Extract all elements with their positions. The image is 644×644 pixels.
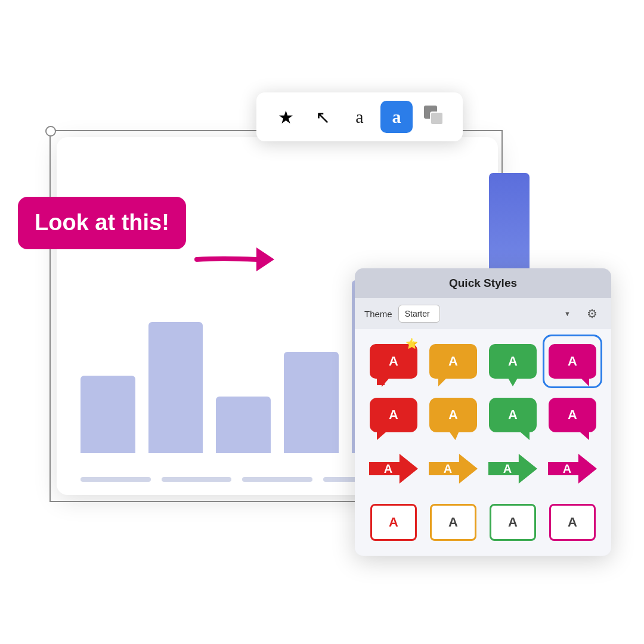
style-item-2-1[interactable]: A bbox=[367, 391, 420, 439]
style-row-4: A A A A bbox=[364, 499, 602, 546]
scroll-dot-2 bbox=[162, 477, 232, 482]
style-item-4-4[interactable]: A bbox=[546, 499, 599, 546]
toolbar-star-button[interactable]: ★ bbox=[270, 101, 302, 133]
style-item-3-2[interactable]: A bbox=[426, 445, 480, 493]
scroll-dot-3 bbox=[242, 477, 312, 482]
callout-box: Look at this! bbox=[18, 197, 186, 249]
quick-styles-panel: Quick Styles Theme Starter Default Moder… bbox=[355, 268, 611, 556]
handle-top-left[interactable] bbox=[45, 126, 56, 137]
theme-select-wrap[interactable]: Starter Default Modern bbox=[398, 305, 577, 323]
style-item-4-1[interactable]: A bbox=[367, 499, 420, 546]
style-item-1-1[interactable]: A ⭐ bbox=[367, 338, 420, 385]
style-item-2-3[interactable]: A bbox=[486, 391, 540, 439]
svg-rect-1 bbox=[431, 112, 443, 125]
style-item-1-2[interactable]: A bbox=[426, 338, 480, 385]
style-item-3-3[interactable]: A bbox=[486, 445, 540, 493]
text-icon: a bbox=[355, 107, 363, 127]
style-item-4-2[interactable]: A bbox=[426, 499, 480, 546]
style-item-2-4[interactable]: A bbox=[546, 391, 599, 439]
style-row-3: A A A A bbox=[364, 445, 602, 493]
arrow-icon: ↖ bbox=[315, 107, 330, 128]
star-icon: ★ bbox=[278, 107, 294, 128]
style-item-1-3[interactable]: A bbox=[486, 338, 540, 385]
toolbar-arrow-button[interactable]: ↖ bbox=[306, 101, 339, 133]
shape-icon bbox=[422, 104, 445, 131]
style-row-2: A A A A bbox=[364, 391, 602, 439]
gear-button[interactable]: ⚙ bbox=[583, 304, 602, 323]
style-item-4-3[interactable]: A bbox=[486, 499, 540, 546]
style-row-1: A ⭐ A A bbox=[364, 338, 602, 385]
style-item-1-4[interactable]: A bbox=[546, 338, 599, 385]
toolbar-shape-button[interactable] bbox=[417, 101, 450, 133]
theme-select[interactable]: Starter Default Modern bbox=[398, 305, 440, 323]
quick-styles-title: Quick Styles bbox=[449, 277, 517, 290]
toolbar-text-button[interactable]: a bbox=[343, 101, 376, 133]
toolbar-text-bubble-button[interactable]: a bbox=[380, 101, 413, 133]
bar-4 bbox=[284, 352, 339, 453]
bar-3 bbox=[216, 397, 271, 453]
scroll-dot-1 bbox=[80, 477, 151, 482]
bar-2 bbox=[148, 322, 203, 453]
callout-text: Look at this! bbox=[35, 210, 169, 235]
style-item-2-2[interactable]: A bbox=[426, 391, 480, 439]
toolbar-panel: ★ ↖ a a bbox=[256, 92, 463, 141]
star-badge: ⭐ bbox=[405, 338, 418, 350]
quick-styles-header: Quick Styles bbox=[355, 268, 611, 298]
theme-label: Theme bbox=[364, 309, 392, 319]
style-item-3-1[interactable]: A bbox=[367, 445, 420, 493]
style-item-3-4[interactable]: A bbox=[546, 445, 599, 493]
bar-1 bbox=[80, 376, 135, 453]
theme-row: Theme Starter Default Modern ⚙ bbox=[355, 298, 611, 329]
text-bubble-icon: a bbox=[392, 107, 401, 127]
